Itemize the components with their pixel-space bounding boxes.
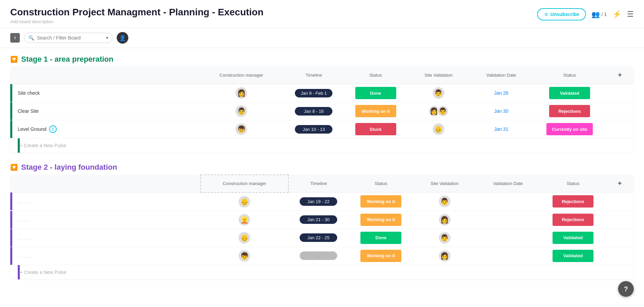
status-badge: Stuck — [355, 123, 396, 135]
avatar: 👩 — [439, 250, 450, 262]
row-name-cell[interactable]: ...... — [10, 211, 201, 229]
construction-manager-cell: 👴 — [201, 229, 289, 247]
site-validation-cell: 👩 — [414, 211, 476, 229]
people-icon: 👥 — [591, 10, 600, 18]
avatar: 👨 — [235, 105, 247, 117]
col-status-header: Status — [343, 66, 408, 84]
header-left: Construction Project Managment - Plannin… — [10, 7, 537, 24]
table-row: .......👦-Working on it👩Validated — [10, 247, 634, 265]
help-button[interactable]: ? — [618, 281, 634, 297]
add-column-button[interactable]: + — [616, 70, 623, 80]
timeline-cell: Jan 10 - 13 — [284, 120, 343, 138]
validation-date-cell — [476, 247, 541, 265]
activity-button[interactable]: ⚡ — [612, 10, 621, 19]
final-status-badge: Rejections — [549, 105, 590, 117]
site-validation-cell: 👴 — [408, 120, 469, 138]
people-button[interactable]: 👥 / 1 — [591, 10, 607, 18]
row-name-text: ....... — [12, 235, 201, 241]
row-name-cell[interactable]: Clear Site — [10, 102, 198, 120]
stage-1-title: Stage 1 - area preperation — [21, 55, 113, 64]
update-badge: 1 — [49, 125, 57, 133]
timeline-cell: Jan 22 - 25 — [288, 229, 348, 247]
col-timeline-header-2: Timeline — [288, 175, 348, 193]
final-status-badge: Currently on site — [546, 123, 592, 135]
final-status-badge: Validated — [553, 250, 593, 262]
star-icon: ☆ — [544, 12, 548, 17]
col-site-validation-header-2: Site Validation — [414, 175, 476, 193]
table-row: ......👱Jan 21 - 30Working on it👩Rejectio… — [10, 211, 634, 229]
status-cell: Working on it — [348, 193, 414, 211]
table-row: Clear Site👨Jan 8 - 16Working on it👩👨Jan … — [10, 102, 634, 120]
create-pulse-button[interactable]: + Create a New Pulse — [20, 270, 67, 275]
avatar: 👩 — [439, 214, 450, 226]
timeline-cell: Jan 9 - Feb 1 — [284, 84, 343, 102]
stage-1-section: 🔽 Stage 1 - area preperation Constructio… — [10, 55, 634, 153]
col-construction-manager-header: Construction manager — [198, 66, 284, 84]
status-cell: Stuck — [343, 120, 408, 138]
user-filter-avatar[interactable]: 👤 — [117, 32, 128, 44]
timeline-cell: Jan 21 - 30 — [288, 211, 348, 229]
timeline-pill: Jan 8 - 16 — [295, 107, 332, 116]
row-name-text: Site check — [12, 90, 198, 96]
row-name-cell[interactable]: Site check — [10, 84, 198, 102]
status-badge: Done — [360, 232, 401, 244]
add-column-header-2: + — [606, 175, 634, 193]
stage-2-table: Construction manager Timeline Status Sit… — [10, 174, 634, 279]
site-validation-cell: 👩 — [414, 247, 476, 265]
timeline-cell: Jan 19 - 22 — [288, 193, 348, 211]
col-timeline-header: Timeline — [284, 66, 343, 84]
create-pulse-row: + Create a New Pulse — [10, 138, 634, 153]
row-name-cell[interactable]: ....... — [10, 229, 201, 247]
col-status-header-2: Status — [348, 175, 414, 193]
hide-button[interactable]: I — [10, 33, 20, 43]
avatar: 👦 — [235, 123, 247, 135]
avatar: 👨 — [433, 87, 444, 99]
validation-date-cell — [476, 193, 541, 211]
header: Construction Project Managment - Plannin… — [0, 0, 644, 28]
board-description[interactable]: Add board description — [10, 19, 537, 24]
construction-manager-cell: 👦 — [201, 247, 289, 265]
row-name-cell[interactable]: ....... — [10, 247, 201, 265]
row-name-text: Clear Site — [12, 108, 198, 114]
avatar: 👩 — [235, 87, 247, 99]
final-status-cell: Validated — [533, 84, 606, 102]
timeline-pill: Jan 22 - 25 — [300, 233, 337, 242]
stage-1-collapse-button[interactable]: 🔽 — [10, 56, 18, 63]
stage-2-collapse-button[interactable]: 🔽 — [10, 164, 18, 171]
row-name-text: ....... — [12, 253, 201, 259]
search-container: 🔍 ▾ — [24, 33, 113, 43]
status-cell: Working on it — [348, 211, 414, 229]
col-final-status-header-2: Status — [540, 175, 605, 193]
menu-button[interactable]: ☰ — [627, 10, 634, 19]
col-validation-date-header: Validation Date — [469, 66, 533, 84]
site-validation-cell: 👨 — [408, 84, 469, 102]
add-column-header: + — [606, 66, 634, 84]
site-validation-cell: 👨 — [414, 229, 476, 247]
stage-2-header: 🔽 Stage 2 - laying foundation — [10, 163, 634, 172]
board-content: 🔽 Stage 1 - area preperation Constructio… — [0, 48, 644, 296]
stage-1-header: 🔽 Stage 1 - area preperation — [10, 55, 634, 64]
table-row: Site check👩Jan 9 - Feb 1Done👨Jan 26Valid… — [10, 84, 634, 102]
col-site-validation-header: Site Validation — [408, 66, 469, 84]
filter-dropdown-icon[interactable]: ▾ — [106, 35, 108, 40]
status-cell: Working on it — [343, 102, 408, 120]
validation-date-cell — [476, 211, 541, 229]
col-final-status-header: Status — [533, 66, 606, 84]
avatar: 👴 — [433, 123, 444, 135]
row-name-cell[interactable]: ....... — [10, 193, 201, 211]
construction-manager-cell: 👴 — [201, 193, 289, 211]
avatar: 👨 — [437, 105, 449, 117]
create-pulse-button[interactable]: + Create a New Pulse — [20, 143, 67, 148]
status-cell: Done — [348, 229, 414, 247]
page-title: Construction Project Managment - Plannin… — [10, 7, 537, 18]
row-name-cell[interactable]: Level Ground1 — [10, 120, 198, 138]
col-construction-manager-header-2: Construction manager — [201, 175, 289, 193]
add-column-button-2[interactable]: + — [616, 178, 623, 189]
timeline-pill: Jan 9 - Feb 1 — [295, 89, 332, 97]
stage-2-header-row: Construction manager Timeline Status Sit… — [10, 175, 634, 193]
search-input[interactable] — [37, 35, 103, 41]
unsubscribe-button[interactable]: ☆ Unsubscribe — [537, 8, 586, 20]
final-status-cell: Rejections — [540, 193, 605, 211]
validation-date-cell: Jan 30 — [469, 102, 533, 120]
construction-manager-cell: 👨 — [198, 102, 284, 120]
